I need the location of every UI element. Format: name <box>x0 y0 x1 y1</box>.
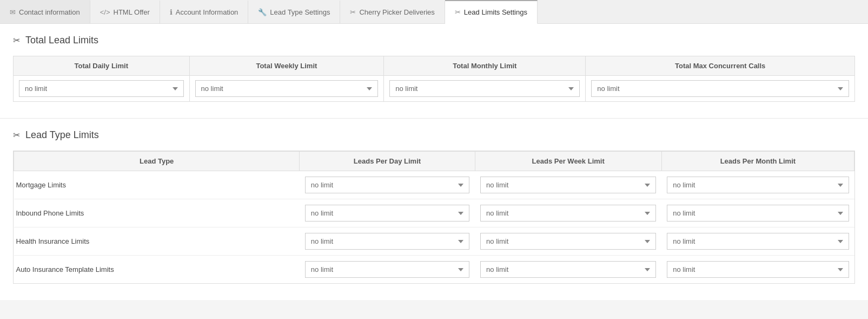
total-lead-limits-title: ✂ Total Lead Limits <box>13 35 855 46</box>
total-weekly-limit-select[interactable]: no limit 15102550100 <box>195 80 379 97</box>
total-monthly-limit-header: Total Monthly Limit <box>384 56 586 76</box>
health-insurance-per-week-cell: no limit1510 <box>475 227 661 256</box>
leads-per-month-column-header: Leads Per Month Limit <box>661 152 854 171</box>
tab-account-information-label: Account Information <box>176 8 238 16</box>
table-row: Inbound Phone Limits no limit1510 no lim… <box>14 199 854 227</box>
info-icon: ℹ <box>170 8 173 16</box>
mortgage-per-day-cell: no limit1510 <box>300 171 475 199</box>
tab-html-offer-label: HTML Offer <box>114 8 150 16</box>
health-insurance-per-day-select[interactable]: no limit1510 <box>305 233 469 250</box>
lead-type-limits-container: Lead Type Leads Per Day Limit Leads Per … <box>13 151 855 284</box>
pin-icon: ✂ <box>455 8 461 16</box>
table-row: Auto Insurance Template Limits no limit1… <box>14 256 854 284</box>
table-row: Health Insurance Limits no limit1510 no … <box>14 227 854 256</box>
lead-type-limits-pin-icon: ✂ <box>13 130 20 140</box>
mortgage-per-day-select[interactable]: no limit1510 <box>305 177 469 193</box>
total-limits-header-row: Total Daily Limit Total Weekly Limit Tot… <box>14 56 855 76</box>
health-insurance-limits-label: Health Insurance Limits <box>14 227 300 256</box>
lead-type-column-header: Lead Type <box>14 152 300 171</box>
tab-cherry-picker-deliveries-label: Cherry Picker Deliveries <box>359 8 434 16</box>
inbound-phone-per-month-select[interactable]: no limit1510 <box>667 205 849 222</box>
inbound-phone-per-day-select[interactable]: no limit1510 <box>305 205 469 222</box>
lead-type-limits-section: ✂ Lead Type Limits Lead Type Leads Per D… <box>0 119 868 300</box>
health-insurance-per-week-select[interactable]: no limit1510 <box>480 233 656 250</box>
total-daily-limit-select[interactable]: no limit 15102550100 <box>19 80 184 97</box>
envelope-icon: ✉ <box>10 8 16 16</box>
total-concurrent-limit-cell: no limit 15102550100 <box>586 76 855 102</box>
inbound-phone-per-week-cell: no limit1510 <box>475 199 661 227</box>
tab-cherry-picker-deliveries[interactable]: ✂ Cherry Picker Deliveries <box>340 0 445 23</box>
health-insurance-per-month-cell: no limit1510 <box>661 227 854 256</box>
health-insurance-per-month-select[interactable]: no limit1510 <box>667 233 849 250</box>
total-daily-limit-header: Total Daily Limit <box>14 56 190 76</box>
total-limits-table: Total Daily Limit Total Weekly Limit Tot… <box>13 56 855 102</box>
code-icon: </> <box>100 8 110 16</box>
auto-insurance-per-month-select[interactable]: no limit1510 <box>667 261 849 278</box>
mortgage-per-week-select[interactable]: no limit1510 <box>480 177 656 193</box>
lead-type-limits-heading: Lead Type Limits <box>25 129 99 141</box>
scissors-icon: ✂ <box>350 8 356 16</box>
total-lead-limits-section: ✂ Total Lead Limits Total Daily Limit To… <box>0 24 868 119</box>
mortgage-per-week-cell: no limit1510 <box>475 171 661 199</box>
tab-lead-type-settings-label: Lead Type Settings <box>270 8 330 16</box>
tabs-bar: ✉ Contact information </> HTML Offer ℹ A… <box>0 0 868 24</box>
total-lead-limits-heading: Total Lead Limits <box>25 35 98 46</box>
total-weekly-limit-cell: no limit 15102550100 <box>189 76 384 102</box>
tab-lead-type-settings[interactable]: 🔧 Lead Type Settings <box>248 0 340 23</box>
total-limits-values-row: no limit 15102550100 no limit 1510255010… <box>14 76 855 102</box>
auto-insurance-per-day-select[interactable]: no limit1510 <box>305 261 469 278</box>
inbound-phone-per-week-select[interactable]: no limit1510 <box>480 205 656 222</box>
table-row: Mortgage Limits no limit1510 no limit151… <box>14 171 854 199</box>
tab-contact-information[interactable]: ✉ Contact information <box>0 0 90 23</box>
auto-insurance-limits-label: Auto Insurance Template Limits <box>14 256 300 284</box>
health-insurance-per-day-cell: no limit1510 <box>300 227 475 256</box>
leads-per-week-column-header: Leads Per Week Limit <box>475 152 661 171</box>
tab-contact-information-label: Contact information <box>19 8 80 16</box>
auto-insurance-per-day-cell: no limit1510 <box>300 256 475 284</box>
tab-html-offer[interactable]: </> HTML Offer <box>90 0 160 23</box>
auto-insurance-per-month-cell: no limit1510 <box>661 256 854 284</box>
mortgage-per-month-select[interactable]: no limit1510 <box>667 177 849 193</box>
lead-type-limits-title: ✂ Lead Type Limits <box>13 129 855 141</box>
inbound-phone-per-month-cell: no limit1510 <box>661 199 854 227</box>
auto-insurance-per-week-cell: no limit1510 <box>475 256 661 284</box>
leads-per-day-column-header: Leads Per Day Limit <box>300 152 475 171</box>
tab-account-information[interactable]: ℹ Account Information <box>160 0 249 23</box>
tab-lead-limits-settings-label: Lead Limits Settings <box>464 8 527 16</box>
total-concurrent-calls-header: Total Max Concurrent Calls <box>586 56 855 76</box>
lead-type-limits-header-row: Lead Type Leads Per Day Limit Leads Per … <box>14 152 854 171</box>
total-weekly-limit-header: Total Weekly Limit <box>189 56 384 76</box>
wrench-icon: 🔧 <box>258 8 267 16</box>
tab-lead-limits-settings[interactable]: ✂ Lead Limits Settings <box>445 0 538 24</box>
inbound-phone-limits-label: Inbound Phone Limits <box>14 199 300 227</box>
inbound-phone-per-day-cell: no limit1510 <box>300 199 475 227</box>
total-concurrent-limit-select[interactable]: no limit 15102550100 <box>591 80 849 97</box>
total-monthly-limit-select[interactable]: no limit 15102550100 <box>389 80 580 97</box>
total-limits-pin-icon: ✂ <box>13 35 20 45</box>
mortgage-per-month-cell: no limit1510 <box>661 171 854 199</box>
main-content: ✂ Total Lead Limits Total Daily Limit To… <box>0 24 868 300</box>
total-monthly-limit-cell: no limit 15102550100 <box>384 76 586 102</box>
auto-insurance-per-week-select[interactable]: no limit1510 <box>480 261 656 278</box>
mortgage-limits-label: Mortgage Limits <box>14 171 300 199</box>
total-daily-limit-cell: no limit 15102550100 <box>14 76 190 102</box>
lead-type-limits-table: Lead Type Leads Per Day Limit Leads Per … <box>14 151 854 283</box>
